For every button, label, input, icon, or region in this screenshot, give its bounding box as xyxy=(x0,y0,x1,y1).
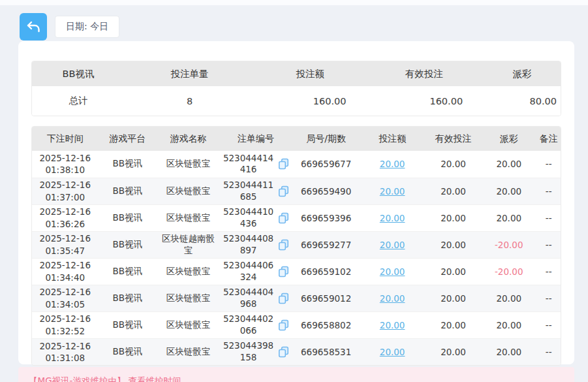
bet-amount-link[interactable]: 20.00 xyxy=(380,159,405,169)
date-filter-label: 日期: 今日 xyxy=(66,21,108,33)
bet-amount-cell: 20.00 xyxy=(360,285,424,311)
platform-cell: BB视讯 xyxy=(99,311,157,338)
copy-icon[interactable] xyxy=(277,319,290,332)
table-row: 2025-12-16 01:31:08 BB视讯 区块链骰宝 523044398… xyxy=(32,338,561,365)
round-no-cell: 669659677 xyxy=(292,151,361,178)
bet-time-cell: 2025-12-16 01:38:10 xyxy=(32,151,99,178)
top-strip xyxy=(0,0,588,5)
order-no-cell: 523044411685 xyxy=(220,178,292,204)
summary-header-payout: 派彩 xyxy=(482,61,561,86)
valid-bet-cell: 20.00 xyxy=(424,285,482,311)
summary-header-bet-count: 投注单量 xyxy=(125,61,255,86)
round-no-cell: 669659396 xyxy=(292,204,361,231)
bet-time-cell: 2025-12-16 01:32:52 xyxy=(32,311,99,338)
summary-total-bet: 160.00 xyxy=(255,86,366,116)
payout-cell: 20.00 xyxy=(482,285,535,311)
order-no-value: 523044398158 xyxy=(223,340,275,363)
bet-amount-cell: 20.00 xyxy=(360,231,424,258)
game-name-cell: 区块链骰宝 xyxy=(157,311,220,338)
platform-cell: BB视讯 xyxy=(99,204,157,231)
payout-cell: 20.00 xyxy=(482,311,535,338)
summary-total-label: 总计 xyxy=(32,86,125,116)
order-no-value: 523044411685 xyxy=(223,180,275,202)
note-cell: -- xyxy=(535,151,561,178)
valid-bet-cell: 20.00 xyxy=(424,311,482,338)
bet-amount-cell: 20.00 xyxy=(360,258,424,285)
game-name-cell: 区块链骰宝 xyxy=(157,258,220,285)
note-cell: -- xyxy=(535,204,561,231)
round-no-cell: 669658531 xyxy=(292,338,361,365)
copy-icon[interactable] xyxy=(277,345,290,358)
valid-bet-cell: 20.00 xyxy=(424,231,482,258)
order-no-cell: 523044406324 xyxy=(220,258,292,285)
order-no-cell: 523044398158 xyxy=(220,338,292,365)
back-button[interactable] xyxy=(20,13,47,40)
copy-icon[interactable] xyxy=(277,292,290,305)
bet-amount-link[interactable]: 20.00 xyxy=(380,186,405,197)
col-header-payout: 派彩 xyxy=(482,127,535,151)
round-no-cell: 669659277 xyxy=(292,231,361,258)
table-row: 2025-12-16 01:32:52 BB视讯 区块链骰宝 523044402… xyxy=(32,311,561,338)
date-filter-chip[interactable]: 日期: 今日 xyxy=(55,16,119,38)
valid-bet-cell: 20.00 xyxy=(424,338,482,365)
summary-total-row: 总计 8 160.00 160.00 80.00 xyxy=(32,86,561,116)
bet-amount-cell: 20.00 xyxy=(360,178,424,204)
table-row: 2025-12-16 01:34:05 BB视讯 区块链骰宝 523044404… xyxy=(32,285,561,311)
col-header-valid-bet: 有效投注 xyxy=(424,127,482,151)
maintenance-banner: 【MG视讯-游戏维护中】 查看维护时间 xyxy=(18,367,574,382)
game-name-cell: 区块链越南骰宝 xyxy=(157,231,220,258)
maintenance-notice: 【MG视讯-游戏维护中】 xyxy=(29,375,125,382)
platform-cell: BB视讯 xyxy=(99,151,157,178)
order-no-cell: 523044404968 xyxy=(220,285,292,311)
order-no-cell: 523044408897 xyxy=(220,231,292,258)
game-name-cell: 区块链骰宝 xyxy=(157,178,220,204)
copy-icon[interactable] xyxy=(277,157,290,170)
round-no-cell: 669659102 xyxy=(292,258,361,285)
payout-cell: 20.00 xyxy=(482,151,535,178)
valid-bet-cell: 20.00 xyxy=(424,258,482,285)
bet-time-cell: 2025-12-16 01:35:47 xyxy=(32,231,99,258)
copy-icon[interactable] xyxy=(277,265,290,278)
maintenance-link[interactable]: 查看维护时间 xyxy=(128,375,181,382)
bet-time-cell: 2025-12-16 01:34:40 xyxy=(32,258,99,285)
platform-cell: BB视讯 xyxy=(99,231,157,258)
report-card: BB视讯 投注单量 投注额 有效投注 派彩 总计 8 160.00 160.00… xyxy=(18,41,574,364)
valid-bet-cell: 20.00 xyxy=(424,204,482,231)
bet-amount-link[interactable]: 20.00 xyxy=(380,347,405,357)
records-table: 下注时间 游戏平台 游戏名称 注单编号 局号/期数 投注额 有效投注 派彩 备注… xyxy=(31,126,561,366)
bet-amount-cell: 20.00 xyxy=(360,338,424,365)
order-no-value: 523044402066 xyxy=(223,313,275,336)
summary-table: BB视讯 投注单量 投注额 有效投注 派彩 总计 8 160.00 160.00… xyxy=(31,61,561,116)
bet-amount-cell: 20.00 xyxy=(360,311,424,338)
table-row: 2025-12-16 01:36:26 BB视讯 区块链骰宝 523044410… xyxy=(32,204,561,231)
copy-icon[interactable] xyxy=(277,238,290,251)
game-name-cell: 区块链骰宝 xyxy=(157,285,220,311)
bet-amount-link[interactable]: 20.00 xyxy=(380,240,405,250)
round-no-cell: 669659490 xyxy=(292,178,361,204)
note-cell: -- xyxy=(535,231,561,258)
valid-bet-cell: 20.00 xyxy=(424,151,482,178)
order-no-value: 523044410436 xyxy=(223,206,275,229)
note-cell: -- xyxy=(535,178,561,204)
bet-amount-link[interactable]: 20.00 xyxy=(380,293,405,304)
records-header-row: 下注时间 游戏平台 游戏名称 注单编号 局号/期数 投注额 有效投注 派彩 备注 xyxy=(32,127,561,151)
payout-cell: 20.00 xyxy=(482,178,535,204)
order-no-value: 523044414416 xyxy=(223,153,275,176)
col-header-bet-time: 下注时间 xyxy=(32,127,99,151)
records-body: 2025-12-16 01:38:10 BB视讯 区块链骰宝 523044414… xyxy=(32,151,561,365)
payout-cell: 20.00 xyxy=(482,204,535,231)
game-name-cell: 区块链骰宝 xyxy=(157,338,220,365)
bet-amount-link[interactable]: 20.00 xyxy=(380,320,405,330)
bet-amount-link[interactable]: 20.00 xyxy=(380,213,405,223)
round-no-cell: 669658802 xyxy=(292,311,361,338)
col-header-round-no: 局号/期数 xyxy=(292,127,361,151)
note-cell: -- xyxy=(535,258,561,285)
col-header-bet-amount: 投注额 xyxy=(360,127,424,151)
summary-total-payout: 80.00 xyxy=(482,86,561,116)
order-no-cell: 523044414416 xyxy=(220,151,292,178)
copy-icon[interactable] xyxy=(277,212,290,225)
note-cell: -- xyxy=(535,338,561,365)
order-no-cell: 523044410436 xyxy=(220,204,292,231)
bet-amount-link[interactable]: 20.00 xyxy=(380,266,405,277)
copy-icon[interactable] xyxy=(277,185,290,198)
